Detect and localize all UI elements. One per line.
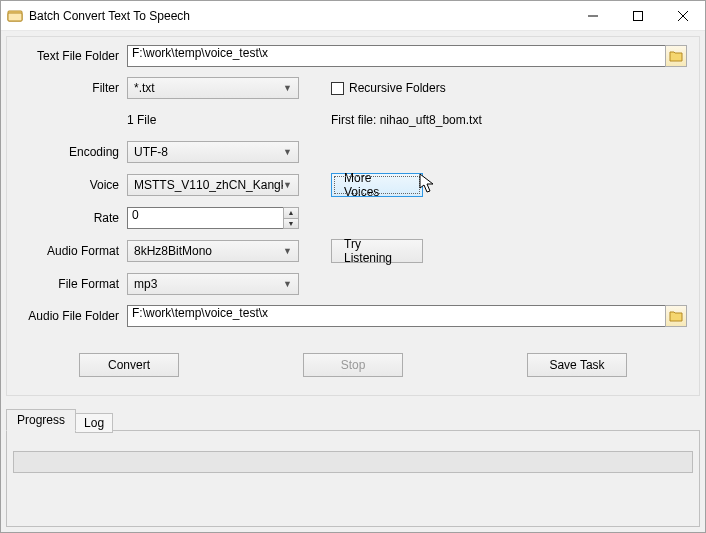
- convert-button[interactable]: Convert: [79, 353, 179, 377]
- window-title: Batch Convert Text To Speech: [29, 9, 190, 23]
- main-panel: Text File Folder F:\work\temp\voice_test…: [6, 36, 700, 396]
- chevron-down-icon: ▼: [283, 147, 292, 157]
- rate-input[interactable]: 0: [127, 207, 283, 229]
- app-icon: [7, 8, 23, 24]
- file-format-select[interactable]: mp3▼: [127, 273, 299, 295]
- audio-format-label: Audio Format: [19, 244, 127, 258]
- more-voices-button[interactable]: More Voices: [331, 173, 423, 197]
- titlebar: Batch Convert Text To Speech: [1, 1, 705, 31]
- chevron-down-icon: ▼: [283, 246, 292, 256]
- chevron-down-icon: ▼: [283, 180, 292, 190]
- audio-folder-input[interactable]: F:\work\temp\voice_test\x: [127, 305, 666, 327]
- chevron-down-icon: ▼: [283, 83, 292, 93]
- encoding-label: Encoding: [19, 145, 127, 159]
- client-area: Text File Folder F:\work\temp\voice_test…: [1, 31, 705, 532]
- close-button[interactable]: [660, 1, 705, 30]
- chevron-down-icon: ▼: [283, 279, 292, 289]
- bottom-tabs: Progress Log: [6, 408, 700, 527]
- audio-format-select[interactable]: 8kHz8BitMono▼: [127, 240, 299, 262]
- browse-audio-folder-button[interactable]: [665, 305, 687, 327]
- tab-progress[interactable]: Progress: [6, 409, 76, 431]
- first-file-text: First file: nihao_uft8_bom.txt: [331, 113, 482, 127]
- minimize-button[interactable]: [570, 1, 615, 30]
- voice-select[interactable]: MSTTS_V110_zhCN_KangkangM▼: [127, 174, 299, 196]
- browse-text-folder-button[interactable]: [665, 45, 687, 67]
- voice-label: Voice: [19, 178, 127, 192]
- audio-folder-label: Audio File Folder: [19, 309, 127, 323]
- stop-button[interactable]: Stop: [303, 353, 403, 377]
- recursive-label: Recursive Folders: [349, 81, 446, 95]
- progress-tabpage: [6, 430, 700, 527]
- encoding-select[interactable]: UTF-8▼: [127, 141, 299, 163]
- svg-rect-3: [633, 11, 642, 20]
- try-listening-button[interactable]: Try Listening: [331, 239, 423, 263]
- save-task-button[interactable]: Save Task: [527, 353, 627, 377]
- tab-log[interactable]: Log: [75, 413, 113, 433]
- maximize-button[interactable]: [615, 1, 660, 30]
- rate-down-button[interactable]: ▼: [283, 218, 299, 230]
- rate-label: Rate: [19, 211, 127, 225]
- text-folder-input[interactable]: F:\work\temp\voice_test\x: [127, 45, 666, 67]
- file-count-text: 1 File: [127, 113, 331, 127]
- filter-label: Filter: [19, 81, 127, 95]
- file-format-label: File Format: [19, 277, 127, 291]
- app-window: Batch Convert Text To Speech Text File F…: [0, 0, 706, 533]
- svg-rect-1: [8, 13, 22, 21]
- progress-bar: [13, 451, 693, 473]
- rate-up-button[interactable]: ▲: [283, 207, 299, 218]
- filter-select[interactable]: *.txt▼: [127, 77, 299, 99]
- recursive-checkbox[interactable]: [331, 82, 344, 95]
- text-folder-label: Text File Folder: [19, 49, 127, 63]
